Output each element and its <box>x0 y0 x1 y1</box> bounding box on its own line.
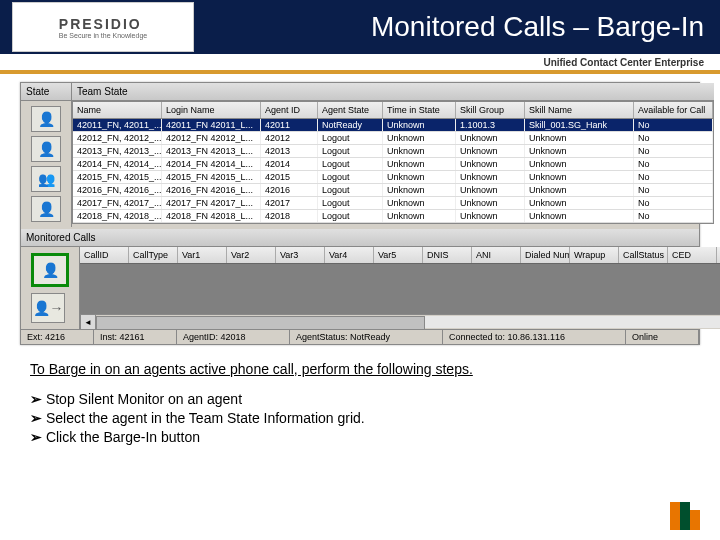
col-time[interactable]: Time in State <box>383 102 456 118</box>
instruction-step: Select the agent in the Team State Infor… <box>30 410 690 426</box>
presidio-logo: PRESIDIO Be Secure in the Knowledge <box>12 2 194 52</box>
barge-in-button[interactable]: 👤 <box>31 253 69 287</box>
status-ext: Ext: 4216 <box>21 330 94 344</box>
um-logo <box>670 502 700 530</box>
mon-col[interactable]: Var4 <box>325 247 374 263</box>
mon-col[interactable]: ANI <box>472 247 521 263</box>
mon-col[interactable]: CallStatus <box>619 247 668 263</box>
slide-header: PRESIDIO Be Secure in the Knowledge Moni… <box>0 0 720 54</box>
table-row[interactable]: 42015_FN, 42015_...42015_FN 42015_L...42… <box>73 171 713 184</box>
agent-notready-icon[interactable]: 👤 <box>31 136 61 162</box>
status-state: AgentStatus: NotReady <box>290 330 443 344</box>
table-row[interactable]: 42016_FN, 42016_...42016_FN 42016_L...42… <box>73 184 713 197</box>
monitored-calls-grid[interactable]: CallIDCallTypeVar1Var2Var3Var4Var5DNISAN… <box>80 247 720 329</box>
state-panel-title: State <box>21 83 71 101</box>
agent-ready-icon[interactable]: 👤 <box>31 106 61 132</box>
logo-tagline: Be Secure in the Knowledge <box>59 32 147 39</box>
mon-col[interactable]: Var2 <box>227 247 276 263</box>
table-row[interactable]: 42017_FN, 42017_...42017_FN 42017_L...42… <box>73 197 713 210</box>
status-conn: Connected to: 10.86.131.116 <box>443 330 626 344</box>
horizontal-scrollbar[interactable]: ◄ ► <box>80 314 720 329</box>
agent-workready-icon[interactable]: 👤 <box>31 196 61 222</box>
mon-col[interactable]: DNIS <box>423 247 472 263</box>
instruction-step: Stop Silent Monitor on an agent <box>30 391 690 407</box>
monitored-calls-panel: Monitored Calls 👤 👤→ CallIDCallTypeVar1V… <box>21 229 699 329</box>
mon-col[interactable]: CallID <box>80 247 129 263</box>
col-state[interactable]: Agent State <box>318 102 383 118</box>
mon-col[interactable]: Var3 <box>276 247 325 263</box>
instructions-intro: To Barge in on an agents active phone ca… <box>30 361 690 377</box>
monitored-grid-header: CallIDCallTypeVar1Var2Var3Var4Var5DNISAN… <box>80 247 720 264</box>
col-skill[interactable]: Skill Group <box>456 102 525 118</box>
monitored-calls-title: Monitored Calls <box>21 229 699 247</box>
team-state-title: Team State <box>72 83 714 101</box>
status-bar: Ext: 4216 Inst: 42161 AgentID: 42018 Age… <box>21 329 699 344</box>
team-grid-header: Name Login Name Agent ID Agent State Tim… <box>73 102 713 119</box>
scroll-left-icon[interactable]: ◄ <box>80 314 96 330</box>
table-row[interactable]: 42013_FN, 42013_...42013_FN 42013_L...42… <box>73 145 713 158</box>
col-agent[interactable]: Agent ID <box>261 102 318 118</box>
mon-col[interactable]: CED <box>668 247 717 263</box>
ctios-window: State 👤 👤 👥 👤 Team State Name Login Name… <box>20 82 700 345</box>
monitor-buttons: 👤 👤→ <box>21 247 80 329</box>
table-row[interactable]: 42014_FN, 42014_...42014_FN 42014_L...42… <box>73 158 713 171</box>
col-login[interactable]: Login Name <box>162 102 261 118</box>
instructions: To Barge in on an agents active phone ca… <box>30 361 690 445</box>
mon-col[interactable]: Var5 <box>374 247 423 263</box>
col-avail[interactable]: Available for Call <box>634 102 713 118</box>
mon-col[interactable]: Var1 <box>178 247 227 263</box>
state-panel: State 👤 👤 👥 👤 <box>21 83 72 227</box>
team-state-grid[interactable]: Name Login Name Agent ID Agent State Tim… <box>72 101 714 224</box>
instruction-step: Click the Barge-In button <box>30 429 690 445</box>
table-row[interactable]: 42011_FN, 42011_...42011_FN 42011_L...42… <box>73 119 713 132</box>
agent-logout-icon[interactable]: 👥 <box>31 166 61 192</box>
slide-subtitle: Unified Contact Center Enterprise <box>0 54 720 74</box>
slide-title: Monitored Calls – Barge-In <box>371 11 704 43</box>
status-agent: AgentID: 42018 <box>177 330 290 344</box>
scroll-thumb[interactable] <box>96 316 425 330</box>
status-inst: Inst: 42161 <box>94 330 177 344</box>
table-row[interactable]: 42018_FN, 42018_...42018_FN 42018_L...42… <box>73 210 713 223</box>
col-skname[interactable]: Skill Name <box>525 102 634 118</box>
status-online: Online <box>626 330 699 344</box>
team-state-panel: Team State Name Login Name Agent ID Agen… <box>72 83 714 227</box>
table-row[interactable]: 42012_FN, 42012_...42012_FN 42012_L...42… <box>73 132 713 145</box>
mon-col[interactable]: CallType <box>129 247 178 263</box>
logo-brand: PRESIDIO <box>59 16 142 32</box>
intercept-button[interactable]: 👤→ <box>31 293 65 323</box>
mon-col[interactable]: Wrapup <box>570 247 619 263</box>
mon-col[interactable]: Dialed Number <box>521 247 570 263</box>
col-name[interactable]: Name <box>73 102 162 118</box>
